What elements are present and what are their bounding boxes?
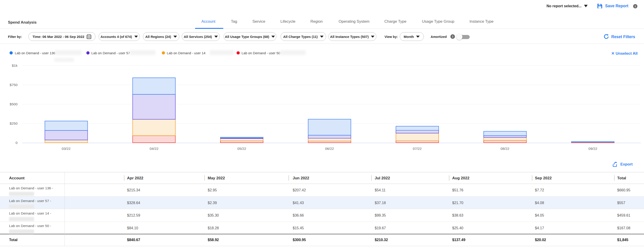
svg-text:03/22: 03/22 xyxy=(62,147,71,151)
svg-text:05/22: 05/22 xyxy=(238,147,246,151)
svg-text:$500: $500 xyxy=(10,102,18,106)
svg-text:$750: $750 xyxy=(10,83,18,87)
svg-text:06/22: 06/22 xyxy=(325,147,334,151)
svg-text:04/22: 04/22 xyxy=(150,147,158,151)
svg-text:$250: $250 xyxy=(10,121,18,125)
svg-text:$1k: $1k xyxy=(12,64,18,67)
svg-text:08/22: 08/22 xyxy=(500,147,510,151)
svg-text:09/22: 09/22 xyxy=(588,147,598,151)
svg-text:07/22: 07/22 xyxy=(413,147,422,151)
svg-text:0: 0 xyxy=(16,141,18,145)
